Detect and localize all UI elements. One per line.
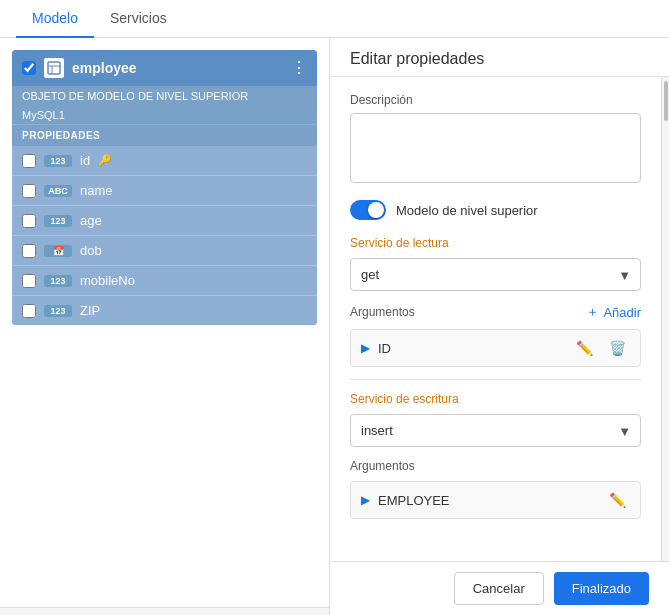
prop-checkbox-mobileno[interactable] xyxy=(22,274,36,288)
entity-name: employee xyxy=(72,60,283,76)
right-panel-title: Editar propiedades xyxy=(350,50,484,68)
plus-icon: ＋ xyxy=(586,303,599,321)
prop-checkbox-name[interactable] xyxy=(22,184,36,198)
tab-bar: Modelo Servicios xyxy=(0,0,669,38)
toggle-label: Modelo de nivel superior xyxy=(396,203,538,218)
read-service-label: Servicio de lectura xyxy=(350,236,641,250)
tab-modelo[interactable]: Modelo xyxy=(16,0,94,38)
prop-name-id: id xyxy=(80,153,90,168)
toggle-knob xyxy=(368,202,384,218)
read-service-select-wrapper: get post put delete ▼ xyxy=(350,258,641,291)
property-row: 123 age xyxy=(12,206,317,236)
description-label: Descripción xyxy=(350,93,641,107)
read-service-select[interactable]: get post put delete xyxy=(350,258,641,291)
tab-servicios[interactable]: Servicios xyxy=(94,0,183,38)
entity-checkbox[interactable] xyxy=(22,61,36,75)
write-service-select[interactable]: insert update delete xyxy=(350,414,641,447)
property-row: 123 ZIP xyxy=(12,296,317,325)
prop-type-age: 123 xyxy=(44,215,72,227)
entity-db: MySQL1 xyxy=(12,106,317,125)
prop-name-name: name xyxy=(80,183,113,198)
left-panel: employee ⋮ OBJETO DE MODELO DE NIVEL SUP… xyxy=(0,38,330,615)
edit-write-arg-button[interactable]: ✏️ xyxy=(605,490,630,510)
arg-chevron-icon[interactable]: ▶ xyxy=(361,341,370,355)
write-arguments-label: Argumentos xyxy=(350,459,415,473)
property-row: 123 id 🔑 xyxy=(12,146,317,176)
left-bottom-scrollbar[interactable] xyxy=(0,607,329,615)
property-row: 123 mobileNo xyxy=(12,266,317,296)
entity-subtitle: OBJETO DE MODELO DE NIVEL SUPERIOR xyxy=(12,86,317,106)
prop-name-mobileno: mobileNo xyxy=(80,273,135,288)
prop-type-zip: 123 xyxy=(44,305,72,317)
read-args-header: Argumentos ＋ Añadir xyxy=(350,303,641,321)
prop-checkbox-zip[interactable] xyxy=(22,304,36,318)
prop-checkbox-age[interactable] xyxy=(22,214,36,228)
read-arguments-label: Argumentos xyxy=(350,305,415,319)
prop-type-id: 123 xyxy=(44,155,72,167)
toggle-switch[interactable] xyxy=(350,200,386,220)
write-arg-chevron-icon[interactable]: ▶ xyxy=(361,493,370,507)
delete-read-arg-button[interactable]: 🗑️ xyxy=(605,338,630,358)
divider xyxy=(350,379,641,380)
write-service-select-wrapper: insert update delete ▼ xyxy=(350,414,641,447)
write-arg-name-employee: EMPLOYEE xyxy=(378,493,597,508)
right-scrollbar[interactable] xyxy=(661,77,669,561)
prop-name-age: age xyxy=(80,213,102,228)
right-content-wrapper: Descripción Modelo de nivel superior Ser… xyxy=(330,77,669,561)
write-arg-row-employee: ▶ EMPLOYEE ✏️ xyxy=(350,481,641,519)
add-label: Añadir xyxy=(603,305,641,320)
write-service-label: Servicio de escritura xyxy=(350,392,641,406)
key-icon: 🔑 xyxy=(98,154,112,167)
prop-checkbox-dob[interactable] xyxy=(22,244,36,258)
add-read-arg-button[interactable]: ＋ Añadir xyxy=(586,303,641,321)
cancel-button[interactable]: Cancelar xyxy=(454,572,544,605)
left-scroll-area[interactable]: employee ⋮ OBJETO DE MODELO DE NIVEL SUP… xyxy=(0,38,329,607)
prop-type-mobileno: 123 xyxy=(44,275,72,287)
edit-read-arg-button[interactable]: ✏️ xyxy=(572,338,597,358)
description-textarea[interactable] xyxy=(350,113,641,183)
submit-button[interactable]: Finalizado xyxy=(554,572,649,605)
svg-rect-0 xyxy=(48,62,60,74)
entity-icon xyxy=(44,58,64,78)
entity-card: employee ⋮ OBJETO DE MODELO DE NIVEL SUP… xyxy=(12,50,317,325)
prop-checkbox-id[interactable] xyxy=(22,154,36,168)
prop-name-zip: ZIP xyxy=(80,303,100,318)
read-arg-name-id: ID xyxy=(378,341,564,356)
right-panel: Editar propiedades Descripción Modelo de… xyxy=(330,38,669,615)
main-layout: employee ⋮ OBJETO DE MODELO DE NIVEL SUP… xyxy=(0,38,669,615)
right-scroll-thumb xyxy=(664,81,668,121)
entity-menu-button[interactable]: ⋮ xyxy=(291,60,307,76)
footer: Cancelar Finalizado xyxy=(330,561,669,615)
right-header: Editar propiedades xyxy=(330,38,669,77)
property-row: 📅 dob xyxy=(12,236,317,266)
prop-type-name: ABC xyxy=(44,185,72,197)
prop-type-dob: 📅 xyxy=(44,245,72,257)
toggle-row: Modelo de nivel superior xyxy=(350,200,641,220)
write-args-header: Argumentos xyxy=(350,459,641,473)
entity-header: employee ⋮ xyxy=(12,50,317,86)
properties-label: PROPIEDADES xyxy=(12,125,317,146)
right-content: Descripción Modelo de nivel superior Ser… xyxy=(330,77,661,561)
prop-name-dob: dob xyxy=(80,243,102,258)
property-row: ABC name xyxy=(12,176,317,206)
read-arg-row-id: ▶ ID ✏️ 🗑️ xyxy=(350,329,641,367)
